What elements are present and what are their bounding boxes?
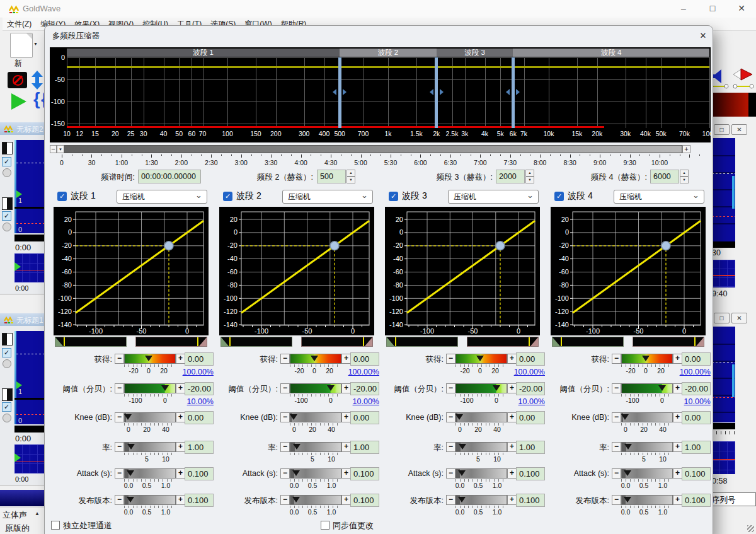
slider-minus-button[interactable]: − [115, 412, 124, 422]
range-right-marker[interactable] [530, 337, 538, 346]
channel-view-toggle-1[interactable] [2, 142, 13, 154]
slider-minus-button[interactable]: − [280, 442, 290, 452]
channel-checkbox-1[interactable]: ✓ [2, 157, 11, 166]
time-ruler[interactable]: 0301:001:302:002:303:003:304:004:305:005… [50, 154, 711, 168]
sync-values-checkbox[interactable] [321, 521, 329, 530]
slider-plus-button[interactable]: + [176, 442, 185, 452]
slider-plus-button[interactable]: + [341, 468, 351, 479]
slider-plus-button[interactable]: + [507, 383, 517, 393]
brace-icon[interactable]: { [33, 90, 40, 109]
curve-point-handle[interactable] [330, 241, 339, 250]
band-mode-select[interactable]: 压缩机⌄ [614, 190, 704, 204]
slider-plus-button[interactable]: + [507, 468, 517, 479]
compressor-graph[interactable]: 200-20-40-60-80-100-120-140-100-500 [219, 207, 374, 335]
stop-icon[interactable] [8, 72, 27, 88]
slider-thumb[interactable] [161, 385, 169, 391]
slider-minus-button[interactable]: − [612, 383, 621, 393]
range-bar-left[interactable] [55, 337, 127, 347]
slider-minus-button[interactable]: − [280, 412, 290, 422]
overview-waveform[interactable] [14, 444, 44, 473]
collapse-icon[interactable]: ▲ [35, 511, 40, 516]
scroll-track[interactable] [64, 145, 682, 153]
spectrum-panel[interactable]: 0-50-100-150波段 1波段 2波段 3波段 4101215202530… [50, 47, 711, 142]
new-file-button[interactable] [10, 33, 33, 58]
field-value-4[interactable]: 6000 [650, 170, 679, 183]
percent-link[interactable]: 10.00% [645, 397, 711, 406]
field-value-2[interactable]: 500 [317, 170, 346, 183]
channel-radio-1[interactable] [3, 168, 11, 177]
slider-minus-button[interactable]: − [280, 495, 290, 505]
range-left-marker[interactable] [387, 337, 394, 346]
sound-window-titlebar[interactable]: 无标题1 [0, 313, 44, 326]
slider-minus-button[interactable]: − [612, 442, 621, 452]
band-enabled-checkbox[interactable]: ✓ [57, 192, 67, 201]
slider-plus-button[interactable]: + [341, 412, 351, 422]
range-left-marker[interactable] [55, 337, 63, 346]
slider-thumb[interactable] [624, 444, 632, 450]
slider-minus-button[interactable]: − [612, 354, 621, 364]
range-bar-left[interactable] [552, 337, 624, 347]
band-divider-handle[interactable] [338, 57, 341, 128]
range-right-marker[interactable] [696, 337, 704, 346]
percent-link[interactable]: 10.00% [148, 397, 214, 406]
percent-link[interactable]: 10.00% [314, 397, 379, 406]
level-line[interactable] [67, 66, 709, 68]
spinner-down-button[interactable]: ▼ [525, 177, 534, 183]
curve-point-handle[interactable] [496, 241, 505, 250]
value-field[interactable]: -20.00 [682, 382, 711, 395]
slider-plus-button[interactable]: + [507, 442, 517, 452]
field-value-3[interactable]: 2000 [496, 170, 525, 183]
slider-plus-button[interactable]: + [673, 383, 682, 393]
slider-thumb[interactable] [476, 356, 484, 361]
slider-thumb[interactable] [493, 385, 500, 391]
channel-view-toggle-2[interactable] [2, 388, 13, 401]
slider-plus-button[interactable]: + [673, 354, 682, 364]
value-field[interactable]: 0.00 [185, 352, 214, 366]
slider-minus-button[interactable]: − [446, 442, 455, 452]
field-value-1[interactable]: 00:00:00.00000 [138, 170, 201, 183]
close-button[interactable]: ✕ [732, 0, 751, 17]
value-field[interactable]: 0.00 [516, 352, 545, 366]
slider-minus-button[interactable]: − [280, 354, 290, 364]
spinner-up-button[interactable]: ▲ [680, 170, 689, 177]
slider-plus-button[interactable]: + [176, 354, 185, 364]
percent-link[interactable]: 100.00% [479, 368, 545, 376]
slider-minus-button[interactable]: − [115, 495, 124, 505]
slider-thumb[interactable] [455, 414, 463, 420]
value-field[interactable]: 0.00 [350, 411, 379, 424]
spectrum-band-header-3[interactable]: 波段 3 [437, 49, 513, 57]
range-left-marker[interactable] [553, 337, 560, 346]
slider-plus-button[interactable]: + [176, 468, 185, 479]
maximize-button[interactable]: □ [703, 0, 722, 17]
band-enabled-checkbox[interactable]: ✓ [389, 192, 398, 201]
range-right-marker[interactable] [365, 337, 372, 346]
range-left-marker[interactable] [221, 337, 229, 346]
slider-thumb[interactable] [624, 470, 631, 476]
value-field[interactable]: 0.100 [185, 494, 214, 507]
right-window-close-button-2[interactable]: ✕ [731, 313, 747, 323]
range-bar-right[interactable] [135, 337, 207, 347]
slider-minus-button[interactable]: − [115, 468, 124, 479]
waveform[interactable]: 10 [14, 331, 44, 424]
slider-thumb[interactable] [124, 414, 132, 420]
compressor-graph[interactable]: 200-20-40-60-80-100-120-140-100-500 [54, 207, 209, 335]
slider-thumb[interactable] [127, 470, 134, 476]
resize-grip[interactable] [747, 525, 754, 532]
effect-diamond-icon[interactable] [732, 67, 756, 90]
slider-track[interactable] [455, 412, 507, 422]
slider-thumb[interactable] [293, 444, 301, 450]
slider-minus-button[interactable]: − [446, 354, 455, 364]
channel-checkbox-2[interactable]: ✓ [2, 211, 11, 221]
value-field[interactable]: 1.00 [516, 441, 545, 454]
band-divider-handle[interactable] [435, 57, 438, 128]
value-field[interactable]: -20.00 [516, 382, 545, 395]
channel-view-toggle-2[interactable] [2, 197, 13, 210]
percent-link[interactable]: 100.00% [314, 368, 379, 376]
value-field[interactable]: 0.100 [350, 467, 379, 480]
spinner-down-button[interactable]: ▼ [346, 177, 355, 183]
slider-thumb[interactable] [311, 356, 318, 361]
slider-plus-button[interactable]: + [341, 495, 351, 505]
right-window-restore-button[interactable]: □ [714, 124, 730, 135]
slider-thumb[interactable] [127, 444, 135, 450]
slider-thumb[interactable] [624, 497, 631, 502]
